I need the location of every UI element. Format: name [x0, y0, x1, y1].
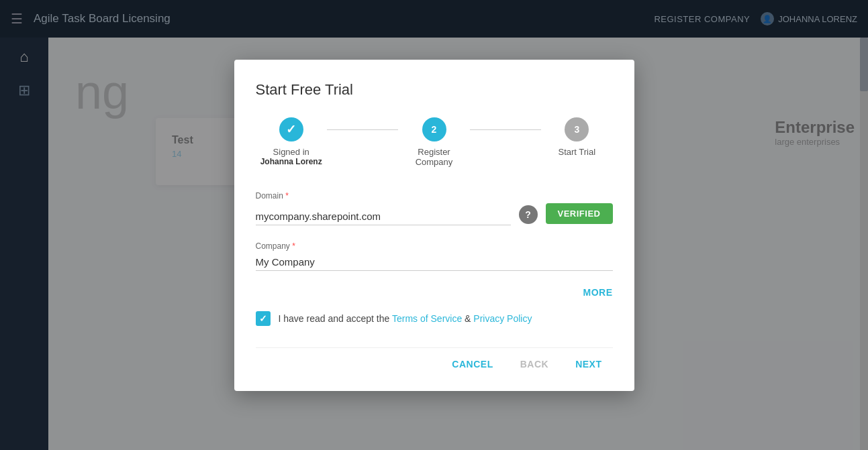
- terms-checkbox[interactable]: [256, 311, 271, 326]
- company-label: Company *: [256, 241, 613, 251]
- step-line-1: [327, 129, 398, 130]
- dialog-actions: CANCEL BACK NEXT: [256, 347, 613, 375]
- step-3: 3 Start Trial: [541, 117, 612, 157]
- step-1: Signed in Johanna Lorenz: [255, 117, 326, 166]
- step-3-circle: 3: [565, 117, 589, 142]
- step-1-sublabel: Johanna Lorenz: [260, 157, 322, 166]
- dialog-title: Start Free Trial: [256, 81, 613, 99]
- step-3-label: Start Trial: [559, 147, 596, 157]
- privacy-policy-link[interactable]: Privacy Policy: [473, 313, 532, 324]
- more-link[interactable]: MORE: [256, 287, 613, 298]
- help-icon[interactable]: ?: [519, 205, 538, 224]
- domain-row: ? VERIFIED: [256, 203, 613, 225]
- domain-input[interactable]: [256, 208, 511, 225]
- company-field-group: Company *: [256, 241, 613, 271]
- step-line-2: [470, 129, 541, 130]
- step-1-label: Signed in: [273, 147, 309, 157]
- step-2: 2 Register Company: [398, 117, 469, 167]
- back-button[interactable]: BACK: [510, 353, 559, 375]
- next-button[interactable]: NEXT: [565, 353, 612, 375]
- terms-text: I have read and accept the Terms of Serv…: [279, 313, 532, 324]
- stepper: Signed in Johanna Lorenz 2 Register Comp…: [256, 117, 613, 167]
- cancel-button[interactable]: CANCEL: [441, 353, 503, 375]
- company-input[interactable]: [256, 254, 613, 271]
- domain-label: Domain *: [256, 191, 613, 201]
- start-free-trial-dialog: Start Free Trial Signed in Johanna Loren…: [234, 60, 634, 391]
- step-2-circle: 2: [422, 117, 446, 142]
- verified-button[interactable]: VERIFIED: [546, 203, 613, 224]
- domain-input-wrap: [256, 208, 511, 225]
- terms-of-service-link[interactable]: Terms of Service: [392, 313, 462, 324]
- domain-field-group: Domain * ? VERIFIED: [256, 191, 613, 225]
- step-2-label: Register Company: [398, 147, 469, 167]
- step-1-circle: [279, 117, 303, 142]
- terms-checkbox-row: I have read and accept the Terms of Serv…: [256, 311, 613, 326]
